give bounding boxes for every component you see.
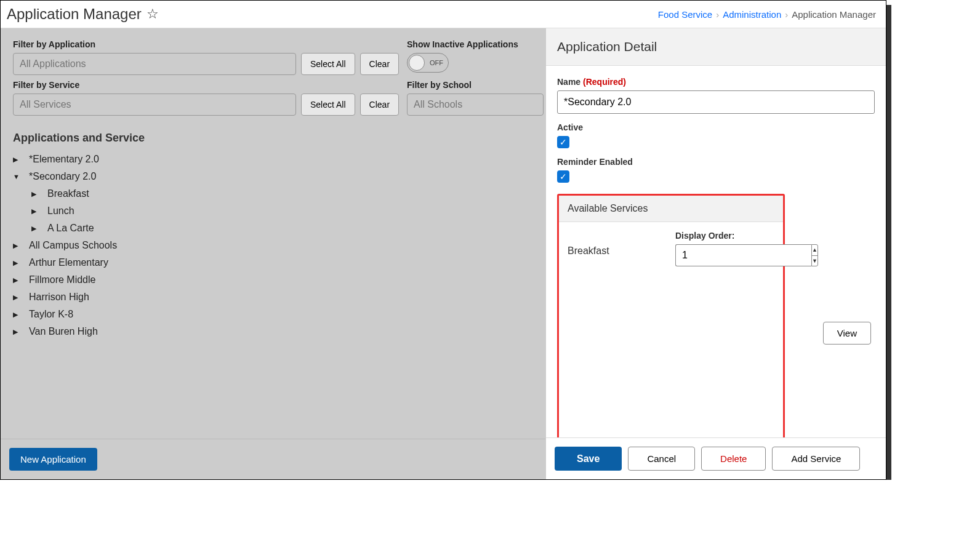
cancel-button[interactable]: Cancel [628,447,695,471]
favorite-star-icon[interactable]: ☆ [147,6,159,22]
active-checkbox[interactable]: ✓ [557,136,569,148]
chevron-right-icon: › [716,9,719,20]
left-panel: Filter by Application Select All Clear S… [1,28,545,479]
toggle-off-label: OFF [430,59,443,66]
tree-item[interactable]: ▶All Campus Schools [13,237,533,254]
show-inactive-toggle[interactable]: OFF [407,53,449,73]
tree-item[interactable]: ▶Taylor K-8 [13,306,533,323]
show-inactive-label: Show Inactive Applications [407,39,544,49]
reminder-checkbox[interactable]: ✓ [557,170,569,183]
filter-by-service-label: Filter by Service [13,80,407,90]
available-services-header: Available Services [559,196,783,222]
filter-by-school-label: Filter by School [407,80,544,90]
name-label: Name (Required) [557,77,875,87]
caret-right-icon: ▶ [13,242,23,250]
display-order-stepper[interactable]: ▲ ▼ [675,244,780,266]
caret-right-icon: ▶ [13,156,23,164]
caret-right-icon: ▶ [13,259,23,267]
tree-item[interactable]: ▶Van Buren High [13,323,533,340]
caret-right-icon: ▶ [13,293,23,301]
toggle-knob [409,55,425,71]
caret-right-icon: ▶ [13,276,23,284]
tree-item[interactable]: ▶A La Carte [31,220,533,237]
name-input[interactable] [557,90,875,114]
filter-by-application-label: Filter by Application [13,39,407,49]
filter-application-input[interactable] [13,53,296,75]
tree-item[interactable]: ▶Harrison High [13,289,533,306]
application-tree: ▶*Elementary 2.0 ▼*Secondary 2.0 ▶Breakf… [13,151,533,340]
tree-title: Applications and Service [13,132,533,145]
filter-school-input[interactable] [407,94,544,116]
caret-right-icon: ▶ [31,207,41,215]
caret-right-icon: ▶ [31,190,41,198]
filter-service-input[interactable] [13,94,296,116]
breadcrumb: Food Service › Administration › Applicat… [658,9,876,20]
breadcrumb-current: Application Manager [792,9,876,20]
breadcrumb-administration[interactable]: Administration [723,9,781,20]
clear-services-button[interactable]: Clear [360,94,399,116]
add-service-button[interactable]: Add Service [772,447,860,471]
page-title: Application Manager [7,6,142,23]
tree-item[interactable]: ▶Arthur Elementary [13,254,533,271]
caret-down-icon: ▼ [13,173,23,180]
caret-right-icon: ▶ [13,328,23,336]
tree-item[interactable]: ▶Lunch [31,202,533,220]
clear-applications-button[interactable]: Clear [360,53,399,75]
service-name: Breakfast [568,231,675,437]
delete-button[interactable]: Delete [701,447,766,471]
select-all-applications-button[interactable]: Select All [301,53,355,75]
caret-right-icon: ▶ [31,225,41,233]
save-button[interactable]: Save [555,447,622,471]
detail-header: Application Detail [546,28,886,66]
right-panel: Application Detail Name (Required) Activ… [545,28,886,479]
select-all-services-button[interactable]: Select All [301,94,355,116]
tree-item[interactable]: ▶Fillmore Middle [13,271,533,289]
tree-item[interactable]: ▼*Secondary 2.0 [13,168,533,185]
reminder-label: Reminder Enabled [557,157,875,167]
caret-right-icon: ▶ [13,311,23,319]
active-label: Active [557,122,875,132]
tree-item[interactable]: ▶*Elementary 2.0 [13,151,533,168]
breadcrumb-food-service[interactable]: Food Service [658,9,712,20]
tree-item[interactable]: ▶Breakfast [31,185,533,202]
view-service-button[interactable]: View [823,322,871,345]
display-order-label: Display Order: [675,231,783,241]
chevron-right-icon: › [785,9,788,20]
page-header: Application Manager ☆ Food Service › Adm… [1,1,886,28]
new-application-button[interactable]: New Application [9,448,97,471]
